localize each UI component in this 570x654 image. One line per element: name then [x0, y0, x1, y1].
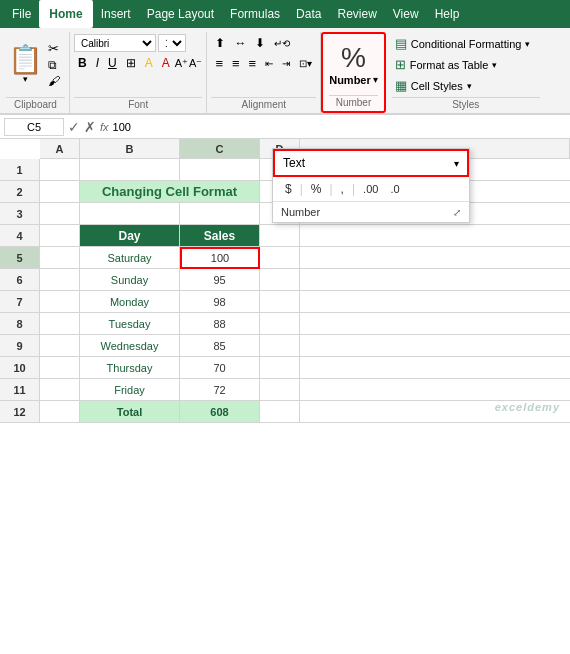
cell-b3[interactable] — [80, 203, 180, 225]
row-header-8[interactable]: 8 — [0, 313, 40, 335]
dec-decimal-button[interactable]: .0 — [386, 182, 403, 196]
cell-b4-day[interactable]: Day — [80, 225, 180, 247]
menu-item-view[interactable]: View — [385, 0, 427, 28]
cell-a7[interactable] — [40, 291, 80, 313]
cell-c10-70[interactable]: 70 — [180, 357, 260, 379]
cell-b9-wednesday[interactable]: Wednesday — [80, 335, 180, 357]
format-select-box[interactable]: Text ▾ — [273, 149, 469, 177]
comma-button[interactable]: , — [337, 181, 348, 197]
cell-d10[interactable] — [260, 357, 300, 379]
indent-increase-button[interactable]: ⇥ — [278, 54, 294, 72]
row-header-6[interactable]: 6 — [0, 269, 40, 291]
indent-decrease-button[interactable]: ⇤ — [261, 54, 277, 72]
align-bottom-button[interactable]: ⬇ — [251, 34, 269, 52]
cell-c4-sales[interactable]: Sales — [180, 225, 260, 247]
row-header-2[interactable]: 2 — [0, 181, 40, 203]
number-dropdown-arrow[interactable]: ▾ — [373, 74, 378, 85]
row-header-3[interactable]: 3 — [0, 203, 40, 225]
merge-cells-button[interactable]: ⊡▾ — [295, 54, 316, 72]
col-header-b[interactable]: B — [80, 139, 180, 158]
cell-styles-button[interactable]: ▦ Cell Styles ▾ — [392, 76, 540, 95]
wrap-text-button[interactable]: ↵⟲ — [270, 34, 294, 52]
menu-item-formulas[interactable]: Formulas — [222, 0, 288, 28]
fill-color-button[interactable]: A — [141, 54, 157, 72]
row-header-11[interactable]: 11 — [0, 379, 40, 401]
formula-input[interactable] — [113, 121, 566, 133]
cell-c6-95[interactable]: 95 — [180, 269, 260, 291]
font-name-select[interactable]: Calibri — [74, 34, 156, 52]
menu-item-home[interactable]: Home — [39, 0, 92, 28]
row-header-10[interactable]: 10 — [0, 357, 40, 379]
cell-c11-72[interactable]: 72 — [180, 379, 260, 401]
formula-cancel-icon[interactable]: ✗ — [84, 119, 96, 135]
menu-item-review[interactable]: Review — [329, 0, 384, 28]
cell-a1[interactable] — [40, 159, 80, 181]
cell-d4[interactable] — [260, 225, 300, 247]
conditional-formatting-button[interactable]: ▤ Conditional Formatting ▾ — [392, 34, 540, 53]
border-button[interactable]: ⊞ — [122, 54, 140, 72]
align-left-button[interactable]: ≡ — [211, 54, 227, 72]
align-top-button[interactable]: ⬆ — [211, 34, 229, 52]
cell-d12[interactable] — [260, 401, 300, 423]
cell-c3[interactable] — [180, 203, 260, 225]
percent-button[interactable]: % — [307, 181, 326, 197]
cell-a3[interactable] — [40, 203, 80, 225]
menu-item-data[interactable]: Data — [288, 0, 329, 28]
cell-c8-88[interactable]: 88 — [180, 313, 260, 335]
cell-c7-98[interactable]: 98 — [180, 291, 260, 313]
dollar-button[interactable]: $ — [281, 181, 296, 197]
cell-b6-sunday[interactable]: Sunday — [80, 269, 180, 291]
cell-c5-100[interactable]: 100 — [180, 247, 260, 269]
menu-item-help[interactable]: Help — [427, 0, 468, 28]
align-center-button[interactable]: ≡ — [228, 54, 244, 72]
cell-b8-tuesday[interactable]: Tuesday — [80, 313, 180, 335]
row-header-9[interactable]: 9 — [0, 335, 40, 357]
paste-button[interactable]: 📋 ▾ — [6, 45, 45, 85]
cell-b7-monday[interactable]: Monday — [80, 291, 180, 313]
cell-a10[interactable] — [40, 357, 80, 379]
cell-b12-total[interactable]: Total — [80, 401, 180, 423]
cell-a4[interactable] — [40, 225, 80, 247]
row-header-12[interactable]: 12 — [0, 401, 40, 423]
cell-a11[interactable] — [40, 379, 80, 401]
cell-d9[interactable] — [260, 335, 300, 357]
cell-d8[interactable] — [260, 313, 300, 335]
number-expand-icon[interactable]: ⤢ — [453, 207, 461, 218]
cell-a5[interactable] — [40, 247, 80, 269]
cell-b10-thursday[interactable]: Thursday — [80, 357, 180, 379]
cell-a6[interactable] — [40, 269, 80, 291]
cell-a8[interactable] — [40, 313, 80, 335]
format-as-table-button[interactable]: ⊞ Format as Table ▾ — [392, 55, 540, 74]
row-header-4[interactable]: 4 — [0, 225, 40, 247]
menu-item-page-layout[interactable]: Page Layout — [139, 0, 222, 28]
menu-item-insert[interactable]: Insert — [93, 0, 139, 28]
cell-reference[interactable] — [4, 118, 64, 136]
cell-d11[interactable] — [260, 379, 300, 401]
cell-b1[interactable] — [80, 159, 180, 181]
cell-b5-saturday[interactable]: Saturday — [80, 247, 180, 269]
cell-b2-title[interactable]: Changing Cell Format — [80, 181, 260, 203]
cell-d6[interactable] — [260, 269, 300, 291]
inc-decimal-button[interactable]: .00 — [359, 182, 382, 196]
bold-button[interactable]: B — [74, 54, 91, 72]
align-middle-button[interactable]: ↔ — [230, 34, 250, 52]
cell-a2[interactable] — [40, 181, 80, 203]
cell-c12-608[interactable]: 608 — [180, 401, 260, 423]
menu-item-file[interactable]: File — [4, 0, 39, 28]
font-color-button[interactable]: A — [158, 54, 174, 72]
cell-c9-85[interactable]: 85 — [180, 335, 260, 357]
underline-button[interactable]: U — [104, 54, 121, 72]
row-header-7[interactable]: 7 — [0, 291, 40, 313]
formula-check-icon[interactable]: ✓ — [68, 119, 80, 135]
align-right-button[interactable]: ≡ — [245, 54, 261, 72]
format-painter-button[interactable]: 🖌 — [48, 74, 60, 88]
cell-a12[interactable] — [40, 401, 80, 423]
cell-d7[interactable] — [260, 291, 300, 313]
cell-a9[interactable] — [40, 335, 80, 357]
italic-button[interactable]: I — [92, 54, 103, 72]
row-header-5[interactable]: 5 — [0, 247, 40, 269]
cut-button[interactable]: ✂ — [48, 41, 60, 56]
cell-c1[interactable] — [180, 159, 260, 181]
row-header-1[interactable]: 1 — [0, 159, 40, 181]
col-header-a[interactable]: A — [40, 139, 80, 158]
